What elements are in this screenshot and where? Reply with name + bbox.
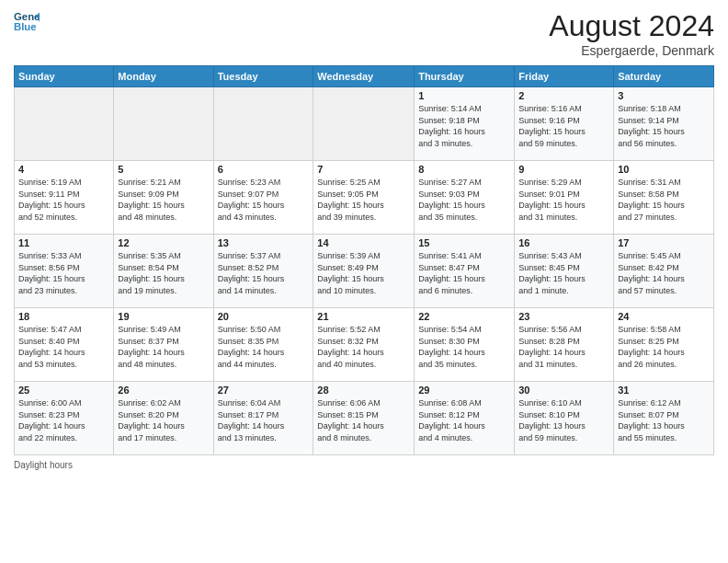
subtitle: Espergaerde, Denmark <box>549 43 714 58</box>
day-number: 29 <box>418 385 510 396</box>
weekday-header-sunday: Sunday <box>15 66 114 87</box>
day-info: Sunrise: 5:21 AM Sunset: 9:09 PM Dayligh… <box>118 177 209 223</box>
calendar-cell: 11Sunrise: 5:33 AM Sunset: 8:56 PM Dayli… <box>15 235 114 308</box>
day-number: 10 <box>618 164 710 175</box>
day-info: Sunrise: 5:18 AM Sunset: 9:14 PM Dayligh… <box>618 103 710 149</box>
day-number: 17 <box>618 237 710 248</box>
weekday-header-friday: Friday <box>515 66 614 87</box>
day-info: Sunrise: 5:37 AM Sunset: 8:52 PM Dayligh… <box>218 250 310 296</box>
day-number: 12 <box>118 237 209 248</box>
day-number: 18 <box>18 311 109 322</box>
week-row-1: 1Sunrise: 5:14 AM Sunset: 9:18 PM Daylig… <box>15 87 714 161</box>
calendar-cell: 1Sunrise: 5:14 AM Sunset: 9:18 PM Daylig… <box>415 87 515 161</box>
weekday-header-saturday: Saturday <box>614 66 714 87</box>
day-info: Sunrise: 5:39 AM Sunset: 8:49 PM Dayligh… <box>317 250 410 296</box>
day-number: 25 <box>18 385 109 396</box>
day-info: Sunrise: 5:25 AM Sunset: 9:05 PM Dayligh… <box>317 177 410 223</box>
weekday-header-thursday: Thursday <box>415 66 515 87</box>
calendar-cell: 2Sunrise: 5:16 AM Sunset: 9:16 PM Daylig… <box>515 87 614 161</box>
calendar-cell: 30Sunrise: 6:10 AM Sunset: 8:10 PM Dayli… <box>515 382 614 455</box>
week-row-3: 11Sunrise: 5:33 AM Sunset: 8:56 PM Dayli… <box>15 235 714 308</box>
weekday-row: SundayMondayTuesdayWednesdayThursdayFrid… <box>15 66 714 87</box>
calendar-cell: 20Sunrise: 5:50 AM Sunset: 8:35 PM Dayli… <box>213 308 313 382</box>
day-number: 13 <box>218 237 310 248</box>
calendar-page: General Blue August 2024 Espergaerde, De… <box>0 0 728 563</box>
day-info: Sunrise: 5:29 AM Sunset: 9:01 PM Dayligh… <box>518 177 609 223</box>
calendar-cell: 16Sunrise: 5:43 AM Sunset: 8:45 PM Dayli… <box>515 235 614 308</box>
day-number: 28 <box>317 385 410 396</box>
day-info: Sunrise: 6:06 AM Sunset: 8:15 PM Dayligh… <box>317 397 410 443</box>
day-number: 15 <box>418 237 510 248</box>
logo: General Blue <box>14 9 40 35</box>
day-number: 26 <box>118 385 209 396</box>
day-number: 2 <box>518 90 609 101</box>
day-info: Sunrise: 6:08 AM Sunset: 8:12 PM Dayligh… <box>418 397 510 443</box>
day-info: Sunrise: 5:54 AM Sunset: 8:30 PM Dayligh… <box>418 324 510 370</box>
calendar-cell: 17Sunrise: 5:45 AM Sunset: 8:42 PM Dayli… <box>614 235 714 308</box>
title-block: August 2024 Espergaerde, Denmark <box>549 9 714 58</box>
day-info: Sunrise: 5:31 AM Sunset: 8:58 PM Dayligh… <box>618 177 710 223</box>
calendar-cell: 6Sunrise: 5:23 AM Sunset: 9:07 PM Daylig… <box>213 161 313 235</box>
day-number: 5 <box>118 164 209 175</box>
calendar-cell <box>114 87 213 161</box>
day-info: Sunrise: 5:52 AM Sunset: 8:32 PM Dayligh… <box>317 324 410 370</box>
day-info: Sunrise: 5:14 AM Sunset: 9:18 PM Dayligh… <box>418 103 510 149</box>
day-number: 27 <box>218 385 310 396</box>
calendar-table: SundayMondayTuesdayWednesdayThursdayFrid… <box>14 65 714 455</box>
day-info: Sunrise: 5:50 AM Sunset: 8:35 PM Dayligh… <box>218 324 310 370</box>
main-title: August 2024 <box>549 9 714 43</box>
day-number: 24 <box>618 311 710 322</box>
day-number: 20 <box>218 311 310 322</box>
calendar-cell: 26Sunrise: 6:02 AM Sunset: 8:20 PM Dayli… <box>114 382 213 455</box>
footer-note: Daylight hours <box>14 460 714 470</box>
day-info: Sunrise: 5:43 AM Sunset: 8:45 PM Dayligh… <box>518 250 609 296</box>
calendar-cell: 9Sunrise: 5:29 AM Sunset: 9:01 PM Daylig… <box>515 161 614 235</box>
weekday-header-wednesday: Wednesday <box>313 66 415 87</box>
calendar-cell: 24Sunrise: 5:58 AM Sunset: 8:25 PM Dayli… <box>614 308 714 382</box>
day-number: 21 <box>317 311 410 322</box>
day-info: Sunrise: 5:35 AM Sunset: 8:54 PM Dayligh… <box>118 250 209 296</box>
calendar-cell: 15Sunrise: 5:41 AM Sunset: 8:47 PM Dayli… <box>415 235 515 308</box>
day-number: 7 <box>317 164 410 175</box>
day-info: Sunrise: 5:41 AM Sunset: 8:47 PM Dayligh… <box>418 250 510 296</box>
calendar-body: 1Sunrise: 5:14 AM Sunset: 9:18 PM Daylig… <box>15 87 714 455</box>
calendar-cell: 28Sunrise: 6:06 AM Sunset: 8:15 PM Dayli… <box>313 382 415 455</box>
day-info: Sunrise: 6:04 AM Sunset: 8:17 PM Dayligh… <box>218 397 310 443</box>
calendar-cell: 14Sunrise: 5:39 AM Sunset: 8:49 PM Dayli… <box>313 235 415 308</box>
calendar-cell: 7Sunrise: 5:25 AM Sunset: 9:05 PM Daylig… <box>313 161 415 235</box>
day-info: Sunrise: 5:19 AM Sunset: 9:11 PM Dayligh… <box>18 177 109 223</box>
day-info: Sunrise: 5:49 AM Sunset: 8:37 PM Dayligh… <box>118 324 209 370</box>
calendar-header: SundayMondayTuesdayWednesdayThursdayFrid… <box>15 66 714 87</box>
week-row-2: 4Sunrise: 5:19 AM Sunset: 9:11 PM Daylig… <box>15 161 714 235</box>
calendar-cell: 23Sunrise: 5:56 AM Sunset: 8:28 PM Dayli… <box>515 308 614 382</box>
week-row-5: 25Sunrise: 6:00 AM Sunset: 8:23 PM Dayli… <box>15 382 714 455</box>
calendar-cell: 12Sunrise: 5:35 AM Sunset: 8:54 PM Dayli… <box>114 235 213 308</box>
day-info: Sunrise: 6:10 AM Sunset: 8:10 PM Dayligh… <box>518 397 609 443</box>
calendar-cell: 18Sunrise: 5:47 AM Sunset: 8:40 PM Dayli… <box>15 308 114 382</box>
day-number: 6 <box>218 164 310 175</box>
weekday-header-tuesday: Tuesday <box>213 66 313 87</box>
day-number: 23 <box>518 311 609 322</box>
day-number: 16 <box>518 237 609 248</box>
calendar-cell: 4Sunrise: 5:19 AM Sunset: 9:11 PM Daylig… <box>15 161 114 235</box>
day-number: 1 <box>418 90 510 101</box>
day-number: 14 <box>317 237 410 248</box>
calendar-cell <box>213 87 313 161</box>
calendar-cell: 19Sunrise: 5:49 AM Sunset: 8:37 PM Dayli… <box>114 308 213 382</box>
day-info: Sunrise: 6:00 AM Sunset: 8:23 PM Dayligh… <box>18 397 109 443</box>
calendar-cell: 13Sunrise: 5:37 AM Sunset: 8:52 PM Dayli… <box>213 235 313 308</box>
calendar-cell: 29Sunrise: 6:08 AM Sunset: 8:12 PM Dayli… <box>415 382 515 455</box>
calendar-cell: 31Sunrise: 6:12 AM Sunset: 8:07 PM Dayli… <box>614 382 714 455</box>
calendar-cell: 25Sunrise: 6:00 AM Sunset: 8:23 PM Dayli… <box>15 382 114 455</box>
day-number: 8 <box>418 164 510 175</box>
day-info: Sunrise: 5:47 AM Sunset: 8:40 PM Dayligh… <box>18 324 109 370</box>
calendar-cell: 8Sunrise: 5:27 AM Sunset: 9:03 PM Daylig… <box>415 161 515 235</box>
day-number: 4 <box>18 164 109 175</box>
day-info: Sunrise: 5:27 AM Sunset: 9:03 PM Dayligh… <box>418 177 510 223</box>
week-row-4: 18Sunrise: 5:47 AM Sunset: 8:40 PM Dayli… <box>15 308 714 382</box>
day-info: Sunrise: 5:58 AM Sunset: 8:25 PM Dayligh… <box>618 324 710 370</box>
calendar-cell: 3Sunrise: 5:18 AM Sunset: 9:14 PM Daylig… <box>614 87 714 161</box>
day-number: 3 <box>618 90 710 101</box>
day-info: Sunrise: 5:56 AM Sunset: 8:28 PM Dayligh… <box>518 324 609 370</box>
calendar-cell: 21Sunrise: 5:52 AM Sunset: 8:32 PM Dayli… <box>313 308 415 382</box>
